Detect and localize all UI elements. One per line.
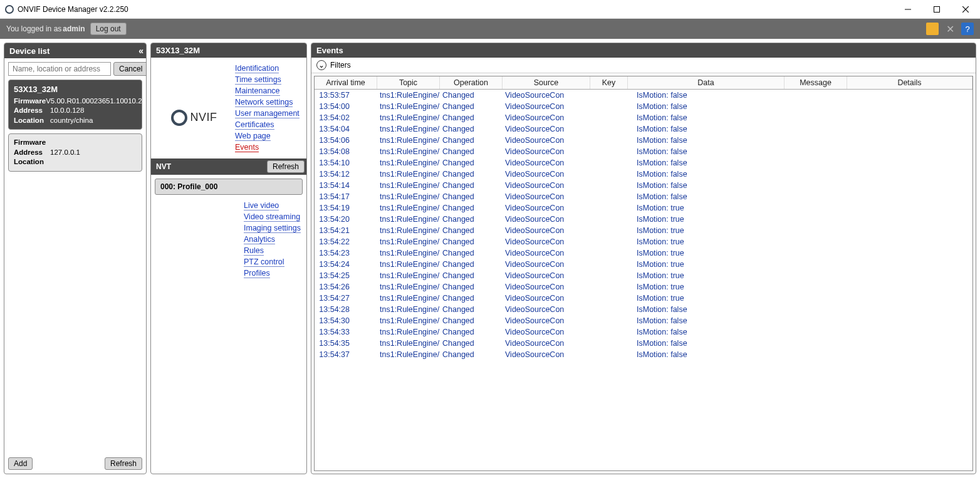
device-link-network-settings[interactable]: Network settings	[235, 98, 293, 107]
events-title: Events	[316, 46, 343, 55]
event-row[interactable]: 13:54:10tns1:RuleEngine/ChangedVideoSour…	[315, 157, 972, 169]
tools-icon[interactable]: ✕	[944, 23, 956, 35]
event-row[interactable]: 13:54:00tns1:RuleEngine/ChangedVideoSour…	[315, 101, 972, 112]
event-row[interactable]: 13:54:37tns1:RuleEngine/ChangedVideoSour…	[315, 349, 972, 360]
device-link-identification[interactable]: Identification	[235, 64, 279, 73]
settings-folder-icon[interactable]	[926, 23, 939, 35]
search-cancel-button[interactable]: Cancel	[113, 62, 147, 76]
profile-link-profiles[interactable]: Profiles	[244, 269, 270, 278]
window-minimize-button[interactable]	[894, 0, 922, 19]
profile-link-rules[interactable]: Rules	[244, 246, 264, 256]
event-row[interactable]: 13:54:06tns1:RuleEngine/ChangedVideoSour…	[315, 135, 972, 146]
filters-row[interactable]: ⌄ Filters	[311, 58, 976, 73]
profile-link-live-video[interactable]: Live video	[244, 201, 279, 210]
event-row[interactable]: 13:54:25tns1:RuleEngine/ChangedVideoSour…	[315, 270, 972, 281]
cell-operation: Changed	[440, 123, 503, 135]
cell-key	[590, 123, 628, 135]
device-card[interactable]: 53X13_32MFirmwareV5.00.R01.00023651.1001…	[8, 80, 142, 130]
cell-data: IsMotion: false	[628, 101, 785, 112]
device-link-certificates[interactable]: Certificates	[235, 120, 274, 130]
event-row[interactable]: 13:54:02tns1:RuleEngine/ChangedVideoSour…	[315, 112, 972, 123]
device-search-input[interactable]	[8, 62, 111, 76]
cell-topic: tns1:RuleEngine/	[377, 293, 440, 304]
cell-details	[847, 123, 972, 135]
firmware-label: Firmware	[14, 138, 50, 148]
location-value: country/china	[50, 116, 93, 126]
cell-time: 13:54:33	[315, 326, 377, 338]
device-link-user-management[interactable]: User management	[235, 109, 300, 118]
event-row[interactable]: 13:54:14tns1:RuleEngine/ChangedVideoSour…	[315, 180, 972, 191]
collapse-icon[interactable]: «	[138, 46, 141, 56]
login-status-prefix: You logged in as	[6, 24, 61, 33]
col-topic[interactable]: Topic	[377, 76, 440, 89]
cell-time: 13:54:24	[315, 259, 377, 270]
cell-message	[785, 270, 847, 281]
cell-message	[785, 146, 847, 157]
cell-operation: Changed	[440, 270, 503, 281]
event-row[interactable]: 13:54:04tns1:RuleEngine/ChangedVideoSour…	[315, 123, 972, 135]
profile-link-imaging-settings[interactable]: Imaging settings	[244, 224, 301, 233]
event-row[interactable]: 13:54:23tns1:RuleEngine/ChangedVideoSour…	[315, 247, 972, 259]
cell-key	[590, 146, 628, 157]
event-row[interactable]: 13:54:30tns1:RuleEngine/ChangedVideoSour…	[315, 315, 972, 326]
event-row[interactable]: 13:54:17tns1:RuleEngine/ChangedVideoSour…	[315, 191, 972, 202]
event-row[interactable]: 13:54:21tns1:RuleEngine/ChangedVideoSour…	[315, 225, 972, 236]
cell-message	[785, 90, 847, 101]
cell-topic: tns1:RuleEngine/	[377, 259, 440, 270]
col-key[interactable]: Key	[590, 76, 628, 89]
device-link-time-settings[interactable]: Time settings	[235, 75, 281, 85]
event-row[interactable]: 13:54:08tns1:RuleEngine/ChangedVideoSour…	[315, 146, 972, 157]
cell-operation: Changed	[440, 90, 503, 101]
event-row[interactable]: 13:53:57tns1:RuleEngine/ChangedVideoSour…	[315, 90, 972, 101]
cell-topic: tns1:RuleEngine/	[377, 225, 440, 236]
window-title: ONVIF Device Manager v2.2.250	[18, 5, 128, 14]
firmware-value: V5.00.R01.00023651.10010.24	[46, 96, 146, 107]
profile-link-video-streaming[interactable]: Video streaming	[244, 212, 300, 222]
refresh-devices-button[interactable]: Refresh	[105, 457, 142, 470]
event-row[interactable]: 13:54:26tns1:RuleEngine/ChangedVideoSour…	[315, 281, 972, 293]
add-device-button[interactable]: Add	[8, 457, 33, 470]
cell-key	[590, 180, 628, 191]
cell-time: 13:54:04	[315, 123, 377, 135]
event-row[interactable]: 13:54:27tns1:RuleEngine/ChangedVideoSour…	[315, 293, 972, 304]
cell-details	[847, 338, 972, 349]
event-row[interactable]: 13:54:28tns1:RuleEngine/ChangedVideoSour…	[315, 304, 972, 315]
nvt-refresh-button[interactable]: Refresh	[267, 160, 305, 173]
cell-data: IsMotion: false	[628, 157, 785, 169]
expand-filters-icon[interactable]: ⌄	[316, 60, 326, 70]
cell-data: IsMotion: false	[628, 304, 785, 315]
location-label: Location	[14, 157, 50, 167]
window-close-button[interactable]	[951, 0, 980, 19]
event-row[interactable]: 13:54:24tns1:RuleEngine/ChangedVideoSour…	[315, 259, 972, 270]
cell-data: IsMotion: true	[628, 281, 785, 293]
help-icon[interactable]: ?	[961, 23, 974, 35]
cell-topic: tns1:RuleEngine/	[377, 180, 440, 191]
col-details[interactable]: Details	[847, 76, 972, 89]
device-card[interactable]: FirmwareAddress127.0.0.1Location	[8, 133, 142, 172]
col-arrival-time[interactable]: Arrival time	[315, 76, 377, 89]
profile-item[interactable]: 000: Profile_000	[155, 179, 303, 195]
col-source[interactable]: Source	[503, 76, 590, 89]
col-message[interactable]: Message	[785, 76, 847, 89]
event-row[interactable]: 13:54:20tns1:RuleEngine/ChangedVideoSour…	[315, 214, 972, 225]
cell-details	[847, 259, 972, 270]
col-data[interactable]: Data	[628, 76, 785, 89]
event-row[interactable]: 13:54:12tns1:RuleEngine/ChangedVideoSour…	[315, 169, 972, 180]
col-operation[interactable]: Operation	[440, 76, 503, 89]
cell-topic: tns1:RuleEngine/	[377, 202, 440, 214]
profile-link-ptz-control[interactable]: PTZ control	[244, 257, 284, 267]
profile-link-analytics[interactable]: Analytics	[244, 235, 275, 244]
device-link-web-page[interactable]: Web page	[235, 132, 271, 141]
device-link-events[interactable]: Events	[235, 143, 259, 152]
cell-topic: tns1:RuleEngine/	[377, 326, 440, 338]
logout-button[interactable]: Log out	[90, 23, 127, 35]
cell-data: IsMotion: false	[628, 349, 785, 360]
window-maximize-button[interactable]	[922, 0, 951, 19]
event-row[interactable]: 13:54:35tns1:RuleEngine/ChangedVideoSour…	[315, 338, 972, 349]
cell-operation: Changed	[440, 259, 503, 270]
cell-source: VideoSourceCon	[503, 157, 590, 169]
event-row[interactable]: 13:54:33tns1:RuleEngine/ChangedVideoSour…	[315, 326, 972, 338]
device-link-maintenance[interactable]: Maintenance	[235, 86, 280, 96]
event-row[interactable]: 13:54:19tns1:RuleEngine/ChangedVideoSour…	[315, 202, 972, 214]
event-row[interactable]: 13:54:22tns1:RuleEngine/ChangedVideoSour…	[315, 236, 972, 247]
